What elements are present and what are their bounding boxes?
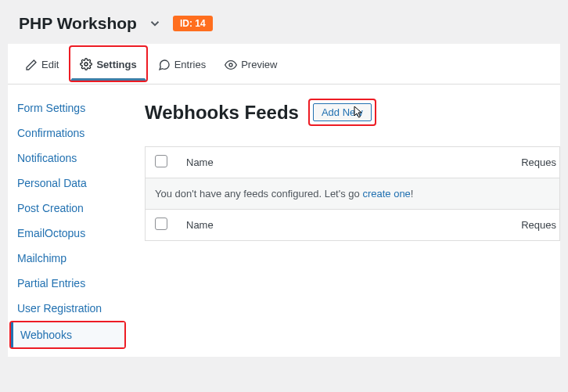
tab-label: Entries [174, 59, 206, 70]
tab-entries[interactable]: Entries [149, 44, 215, 84]
empty-suffix: ! [411, 188, 414, 200]
create-one-link[interactable]: create one [362, 188, 410, 200]
svg-point-0 [84, 63, 88, 66]
speech-bubble-icon [158, 59, 171, 71]
highlight-box: Settings [69, 45, 147, 82]
sidebar-item-notifications[interactable]: Notifications [8, 146, 129, 171]
main-panel: Webhooks Feeds Add New Name Reques [129, 85, 560, 357]
tab-label: Settings [96, 59, 136, 70]
gears-icon [80, 58, 92, 70]
sidebar-item-emailoctopus[interactable]: EmailOctopus [8, 221, 129, 246]
id-badge: ID: 14 [173, 16, 213, 31]
highlight-box: Add New [308, 99, 376, 126]
column-name[interactable]: Name [177, 147, 364, 178]
empty-row: You don't have any feeds configured. Let… [146, 178, 560, 210]
sidebar-item-post-creation[interactable]: Post Creation [8, 196, 129, 221]
tab-edit[interactable]: Edit [16, 44, 68, 84]
column-name-footer[interactable]: Name [177, 210, 364, 241]
tab-settings[interactable]: Settings [70, 47, 146, 81]
eye-icon [225, 59, 237, 71]
main-title: Webhooks Feeds [145, 102, 299, 124]
sidebar-item-partial-entries[interactable]: Partial Entries [8, 271, 129, 296]
column-request-footer[interactable]: Reques [364, 210, 559, 241]
page-title: PHP Workshop [19, 14, 137, 33]
sidebar-item-mailchimp[interactable]: Mailchimp [8, 246, 129, 271]
feeds-table: Name Reques You don't have any feeds con… [145, 146, 560, 241]
select-all-footer [146, 210, 178, 241]
chevron-down-icon[interactable] [148, 16, 162, 31]
tab-label: Edit [41, 59, 59, 70]
select-all-checkbox-footer[interactable] [155, 218, 167, 230]
highlight-box: Webhooks [9, 321, 126, 349]
sidebar-item-form-settings[interactable]: Form Settings [8, 95, 129, 120]
empty-text: You don't have any feeds configured. Let… [155, 188, 362, 200]
settings-sidebar: Form Settings Confirmations Notification… [8, 85, 129, 357]
sidebar-item-personal-data[interactable]: Personal Data [8, 171, 129, 196]
sidebar-item-confirmations[interactable]: Confirmations [8, 120, 129, 146]
tab-preview[interactable]: Preview [215, 44, 286, 84]
sidebar-item-webhooks[interactable]: Webhooks [11, 322, 124, 347]
add-new-button[interactable]: Add New [313, 103, 372, 121]
column-request[interactable]: Reques [364, 147, 559, 178]
pencil-icon [25, 59, 38, 71]
select-all-checkbox[interactable] [155, 155, 167, 167]
svg-point-1 [229, 63, 232, 67]
cursor-icon [354, 106, 365, 118]
tabs: Edit Settings Entries Preview [8, 44, 560, 85]
tab-label: Preview [241, 59, 277, 70]
select-all-header [146, 147, 178, 178]
sidebar-item-user-registration[interactable]: User Registration [8, 296, 129, 321]
